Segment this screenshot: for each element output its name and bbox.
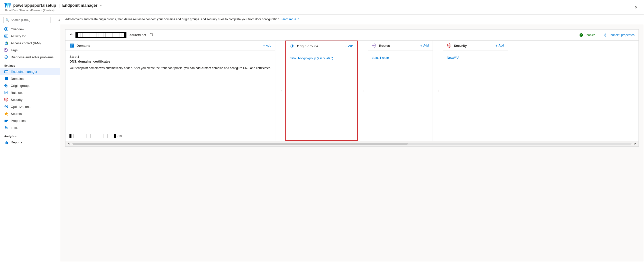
- reports-icon: [4, 140, 8, 144]
- scrollbar-track[interactable]: [72, 143, 632, 145]
- svg-point-40: [605, 34, 606, 34]
- security-column-body: NewWAF ···: [443, 51, 508, 131]
- svg-rect-36: [150, 34, 152, 36]
- origin-group-item: default-origin-group (associated) ···: [290, 55, 353, 61]
- svg-rect-16: [5, 78, 7, 78]
- svg-rect-46: [70, 47, 72, 47]
- svg-marker-48: [292, 45, 294, 47]
- sliders-icon: [604, 33, 607, 37]
- scrollbar-thumb[interactable]: [72, 143, 408, 145]
- sidebar-item-domains-label: Domains: [11, 77, 24, 81]
- chevron-up-icon[interactable]: [70, 33, 73, 37]
- sidebar-item-diagnose[interactable]: Diagnose and solve problems: [0, 54, 60, 61]
- endpoint-manager-icon: [4, 70, 8, 74]
- horizontal-scrollbar[interactable]: ◄ ►: [66, 141, 638, 146]
- close-button[interactable]: ✕: [632, 4, 640, 11]
- endpoint-properties-button[interactable]: Endpoint properties: [604, 33, 634, 37]
- search-icon: 🔍: [6, 18, 9, 22]
- iam-icon: i: [4, 41, 8, 45]
- sidebar-item-origin-groups[interactable]: Origin groups: [0, 82, 60, 89]
- svg-point-8: [6, 42, 7, 43]
- sidebar: 🔍 « Overview Activity log i: [0, 15, 60, 262]
- security-col-icon: [447, 43, 452, 48]
- sidebar-item-secrets-label: Secrets: [11, 112, 22, 116]
- resource-name: powerappsportalsetup: [13, 3, 56, 8]
- step-label: Step 1: [70, 55, 271, 59]
- step-description: Your endpoint domain was automatically a…: [70, 66, 271, 70]
- sidebar-item-activity-log[interactable]: Activity log: [0, 33, 60, 40]
- sidebar-item-endpoint-manager[interactable]: Endpoint manager: [0, 68, 60, 75]
- arrow-right-icon-3: →: [435, 88, 440, 94]
- sidebar-item-iam[interactable]: i Access control (IAM): [0, 40, 60, 47]
- sidebar-item-endpoint-label: Endpoint manager: [11, 70, 37, 74]
- default-route-link[interactable]: default-route: [372, 56, 388, 60]
- newwaf-link[interactable]: NewWAF: [447, 56, 459, 60]
- origin-plus-icon: +: [345, 44, 347, 48]
- more-options-button[interactable]: ···: [100, 3, 104, 8]
- sidebar-item-domains[interactable]: Domains: [0, 75, 60, 82]
- origin-group-more-button[interactable]: ···: [351, 56, 354, 60]
- app-window: powerappsportalsetup | Endpoint manager …: [0, 0, 644, 262]
- endpoint-header: ████████████████████ .azurefd.net ✓ Enab…: [66, 30, 638, 41]
- analytics-section-header: Analytics: [0, 131, 60, 139]
- azure-logo-mark: [4, 3, 11, 8]
- svg-rect-14: [4, 71, 8, 71]
- sidebar-item-optimizations-label: Optimizations: [11, 105, 30, 109]
- default-origin-group-link[interactable]: default-origin-group (associated): [290, 57, 333, 60]
- search-row: 🔍 «: [0, 15, 60, 26]
- step-subtitle: DNS, domains, certificates: [70, 60, 271, 63]
- domains-column: Domains + Add Step 1 DNS, domains, certi…: [66, 41, 276, 141]
- sidebar-item-overview[interactable]: Overview: [0, 26, 60, 33]
- security-add-button[interactable]: + Add: [496, 44, 504, 48]
- title-top-row: powerappsportalsetup | Endpoint manager …: [4, 3, 104, 8]
- resource-subtitle: Front Door Standard/Premium (Preview): [5, 9, 104, 12]
- domain-suffix: .net: [117, 134, 122, 138]
- columns-area: Domains + Add Step 1 DNS, domains, certi…: [66, 41, 638, 141]
- endpoint-domain-suffix: .azurefd.net: [129, 33, 146, 37]
- svg-text:i: i: [7, 43, 8, 44]
- svg-rect-15: [5, 77, 8, 80]
- sidebar-item-iam-label: Access control (IAM): [11, 41, 41, 45]
- domains-add-button[interactable]: + Add: [263, 44, 272, 48]
- search-box[interactable]: 🔍: [3, 17, 50, 23]
- security-column-title: Security: [454, 44, 493, 48]
- diagnose-icon: [4, 55, 8, 59]
- waf-more-button[interactable]: ···: [501, 56, 504, 60]
- tags-icon: [4, 48, 8, 52]
- arrow-right-icon-2: →: [360, 88, 365, 94]
- svg-rect-34: [7, 142, 8, 144]
- sidebar-item-security[interactable]: Security: [0, 96, 60, 103]
- learn-more-link[interactable]: Learn more ↗: [281, 18, 300, 21]
- sidebar-item-locks[interactable]: Locks: [0, 124, 60, 131]
- azure-logo: [4, 3, 11, 8]
- sidebar-item-tags[interactable]: Tags: [0, 47, 60, 54]
- collapse-sidebar-button[interactable]: «: [58, 18, 60, 22]
- sidebar-item-rule-set[interactable]: Rule set: [0, 89, 60, 96]
- main-layout: 🔍 « Overview Activity log i: [0, 15, 644, 262]
- copy-icon[interactable]: [150, 33, 153, 37]
- origin-groups-add-button[interactable]: + Add: [345, 44, 354, 48]
- sidebar-item-optimizations[interactable]: Optimizations: [0, 103, 60, 110]
- connector-domains-origins: →: [276, 41, 286, 141]
- security-column: Security + Add NewWAF ···: [443, 41, 508, 141]
- endpoint-name-redacted: ████████████████████: [76, 32, 126, 38]
- sidebar-item-overview-label: Overview: [11, 27, 24, 31]
- svg-rect-27: [4, 120, 8, 120]
- route-more-button[interactable]: ···: [426, 56, 429, 60]
- search-input[interactable]: [11, 18, 48, 22]
- sidebar-item-properties-label: Properties: [11, 119, 26, 123]
- scroll-right-button[interactable]: ►: [632, 141, 638, 146]
- origin-groups-column: Origin groups + Add default-origin-group…: [286, 41, 358, 141]
- sidebar-item-reports[interactable]: Reports: [0, 139, 60, 146]
- endpoint-status: ✓ Enabled: [580, 33, 596, 37]
- svg-marker-19: [5, 85, 7, 87]
- routes-column-header: Routes + Add: [368, 41, 432, 51]
- sidebar-item-secrets[interactable]: Secrets: [0, 110, 60, 117]
- secrets-icon: [4, 112, 8, 116]
- page-title: Endpoint manager: [62, 3, 97, 8]
- svg-rect-32: [5, 142, 6, 144]
- routes-add-button[interactable]: + Add: [420, 44, 429, 48]
- sidebar-item-properties[interactable]: Properties: [0, 117, 60, 124]
- endpoint-props-label: Endpoint properties: [608, 33, 634, 37]
- scroll-left-button[interactable]: ◄: [66, 141, 72, 146]
